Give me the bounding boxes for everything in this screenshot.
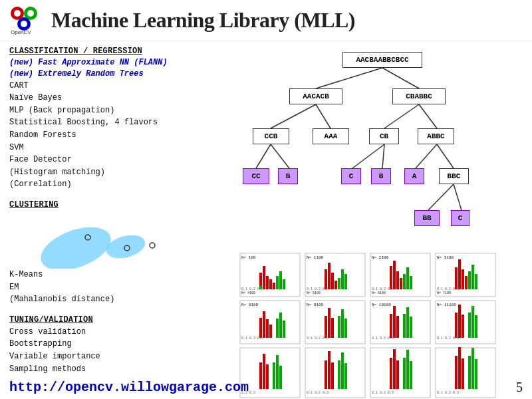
svg-rect-56 — [400, 278, 402, 289]
page-number: 5 — [516, 380, 523, 395]
svg-rect-31 — [266, 276, 269, 289]
svg-text:0.1   0.2   0.3: 0.1 0.2 0.3 — [372, 336, 394, 340]
tree-node-root: AACBAABBCBCC — [342, 52, 422, 68]
svg-rect-33 — [273, 283, 275, 289]
svg-rect-96 — [403, 314, 406, 338]
svg-rect-98 — [410, 317, 412, 338]
tree-node-cc: CC — [243, 168, 269, 184]
svg-rect-36 — [279, 271, 282, 289]
svg-rect-86 — [331, 318, 334, 338]
svg-rect-77 — [269, 325, 272, 338]
svg-rect-43 — [328, 263, 331, 289]
svg-text:N= 8100: N= 8100 — [241, 303, 259, 307]
svg-rect-46 — [338, 278, 340, 289]
tree-node-c1: C — [341, 168, 361, 184]
svg-text:N= 2100: N= 2100 — [372, 255, 389, 260]
svg-text:N= 1100: N= 1100 — [307, 255, 324, 260]
svg-rect-65 — [458, 259, 461, 289]
svg-line-22 — [416, 144, 437, 168]
svg-line-14 — [271, 104, 316, 128]
clustering-blobs-icon — [9, 212, 189, 269]
svg-line-18 — [256, 144, 271, 168]
footer-link[interactable]: http://opencv.willowgarage.com — [9, 380, 249, 395]
left-panel: CLASSIFICATION / REGRESSION (new) Fast A… — [0, 41, 206, 399]
svg-rect-107 — [475, 315, 477, 338]
tree-node-aaa: AAA — [313, 128, 349, 144]
sampling-item: Sampling methods — [9, 363, 197, 376]
page-title: Machine Learning Library (MLL) — [51, 8, 355, 33]
svg-rect-97 — [406, 307, 409, 338]
tree-node-c2: C — [451, 210, 469, 226]
svg-rect-53 — [390, 266, 392, 289]
clustering-section: CLUSTERING K-Means EM (Mahalanobis dista… — [9, 200, 197, 306]
svg-rect-45 — [334, 281, 337, 289]
svm-item: SVM — [9, 142, 197, 154]
main-content: CLASSIFICATION / REGRESSION (new) Fast A… — [0, 41, 532, 399]
clustering-title: CLUSTERING — [9, 200, 197, 209]
svg-line-25 — [454, 184, 462, 210]
svg-rect-74 — [259, 318, 262, 338]
variable-importance-item: Variable importance — [9, 350, 197, 363]
svg-text:0.1   0.2   0.3: 0.1 0.2 0.3 — [241, 287, 263, 291]
opencv-logo-icon: OpenCV — [8, 5, 45, 35]
svg-text:0.1   0.2   0.3: 0.1 0.2 0.3 — [437, 287, 459, 291]
svg-line-21 — [382, 144, 384, 168]
svg-line-23 — [437, 144, 454, 168]
svg-text:N= 5100: N= 5100 — [307, 291, 321, 295]
svg-line-12 — [316, 68, 382, 88]
svg-line-17 — [419, 104, 437, 128]
svg-rect-37 — [283, 279, 285, 289]
svg-line-20 — [352, 144, 384, 168]
svg-text:N= 10100: N= 10100 — [372, 303, 391, 307]
tree-diagram: AACBAABBCBCC AACACB CBABBC CCB AAA CB AB… — [239, 45, 499, 251]
footer: http://opencv.willowgarage.com 5 — [9, 380, 523, 395]
tree-node-bbc: BBC — [439, 168, 469, 184]
svg-line-16 — [384, 104, 419, 128]
svg-rect-87 — [338, 316, 340, 338]
tuning-title: TUNING/VALIDATION — [9, 315, 197, 325]
cross-validation-item: Cross validation — [9, 326, 197, 338]
svg-rect-66 — [462, 269, 464, 289]
svg-rect-58 — [406, 267, 409, 289]
tree-node-cb: CB — [369, 128, 399, 144]
svg-text:0.1   0.2   0.3: 0.1 0.2 0.3 — [437, 336, 459, 340]
svg-rect-67 — [465, 276, 467, 289]
histograms-area: N= 100 N= 4100 0.1 0.2 0.3 N= 1100 N= 51… — [239, 253, 499, 399]
svg-text:N= 11100: N= 11100 — [437, 303, 456, 307]
flann-item: (new) Fast Approximate NN (FLANN) — [9, 57, 197, 68]
right-panel: AACBAABBCBCC AACACB CBABBC CCB AAA CB AB… — [206, 41, 532, 399]
svg-text:N= 100: N= 100 — [241, 255, 256, 260]
ert-item: (new) Extremely Random Trees — [9, 68, 197, 80]
svg-rect-84 — [325, 316, 327, 338]
svg-rect-59 — [410, 276, 412, 289]
svg-text:0.1   0.2   0.3: 0.1 0.2 0.3 — [307, 287, 329, 291]
tree-node-bb: BB — [414, 210, 440, 226]
svg-rect-89 — [344, 319, 347, 338]
svg-rect-93 — [390, 314, 392, 338]
svg-rect-80 — [283, 321, 285, 338]
svg-rect-88 — [341, 309, 344, 338]
mahalanobis-item: (Mahalanobis distance) — [9, 293, 197, 306]
svg-rect-54 — [393, 261, 396, 289]
svg-text:0.1   0.2   0.3: 0.1 0.2 0.3 — [372, 287, 394, 291]
tree-node-abbc: ABBC — [418, 128, 454, 144]
svg-text:N= 9100: N= 9100 — [307, 303, 324, 307]
tree-node-b1: B — [278, 168, 298, 184]
svg-rect-30 — [263, 266, 265, 289]
svg-rect-48 — [344, 274, 347, 289]
svg-rect-70 — [475, 274, 477, 289]
svg-point-8 — [104, 231, 148, 262]
histograms-svg: N= 100 N= 4100 0.1 0.2 0.3 N= 1100 N= 51… — [239, 253, 499, 399]
logo: OpenCV — [8, 5, 45, 35]
svg-text:0.1   0.2   0.3: 0.1 0.2 0.3 — [307, 336, 329, 340]
svg-rect-85 — [328, 308, 331, 338]
svg-rect-95 — [396, 316, 399, 338]
svg-line-15 — [316, 104, 331, 128]
svg-rect-64 — [455, 267, 458, 289]
svg-line-19 — [271, 144, 289, 168]
svg-rect-68 — [468, 271, 471, 289]
svg-line-13 — [382, 68, 419, 88]
naive-bayes-item: Naïve Bayes — [9, 92, 197, 104]
tree-node-b2: B — [371, 168, 391, 184]
mlp-item: MLP (Back propagation) — [9, 104, 197, 117]
